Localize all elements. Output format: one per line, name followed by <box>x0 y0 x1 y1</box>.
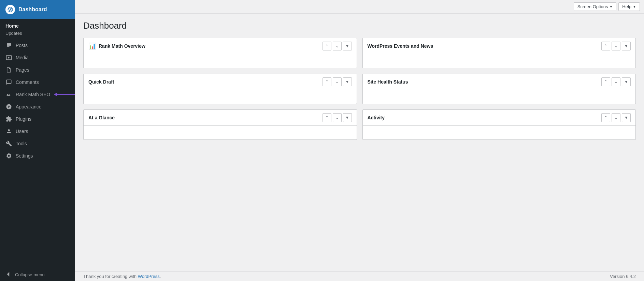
sidebar-item-appearance[interactable]: Appearance <box>0 101 75 113</box>
rank-math-overview-toggle-button[interactable]: ▼ <box>343 42 352 50</box>
pages-icon <box>5 66 12 73</box>
collapse-menu-item[interactable]: Collapse menu <box>0 268 75 281</box>
sidebar-item-appearance-label: Appearance <box>16 104 42 109</box>
dashboard-columns: 📊 Rank Math Overview ⌃ ⌄ ▼ <box>83 38 636 140</box>
sidebar-item-pages[interactable]: Pages <box>0 64 75 76</box>
sidebar-app-name: Dashboard <box>18 6 47 13</box>
panel-wordpress-events: WordPress Events and News ⌃ ⌄ ▼ <box>362 38 636 68</box>
rank-math-overview-down-button[interactable]: ⌄ <box>333 42 342 50</box>
footer-left-text: Thank you for creating with WordPress. <box>83 274 161 279</box>
rank-math-overview-up-button[interactable]: ⌃ <box>323 42 331 50</box>
posts-icon <box>5 42 12 49</box>
quick-draft-up-button[interactable]: ⌃ <box>323 77 331 86</box>
wordpress-events-down-button[interactable]: ⌄ <box>612 42 620 50</box>
panel-quick-draft-body <box>84 90 357 104</box>
left-column: 📊 Rank Math Overview ⌃ ⌄ ▼ <box>83 38 357 140</box>
sidebar-updates-label[interactable]: Updates <box>0 30 75 38</box>
activity-up-button[interactable]: ⌃ <box>601 113 610 122</box>
footer-bar: Thank you for creating with WordPress. V… <box>75 271 644 281</box>
sidebar-item-media-label: Media <box>16 55 29 60</box>
panel-quick-draft-header[interactable]: Quick Draft ⌃ ⌄ ▼ <box>84 74 357 90</box>
panel-wordpress-events-controls: ⌃ ⌄ ▼ <box>601 42 631 50</box>
at-a-glance-up-button[interactable]: ⌃ <box>323 113 331 122</box>
sidebar-item-comments[interactable]: Comments <box>0 76 75 88</box>
users-icon <box>5 128 12 135</box>
sidebar-item-posts[interactable]: Posts <box>0 39 75 51</box>
panel-wordpress-events-header[interactable]: WordPress Events and News ⌃ ⌄ ▼ <box>363 38 636 54</box>
plugins-icon <box>5 116 12 122</box>
media-icon <box>5 54 12 61</box>
sidebar-item-plugins-label: Plugins <box>16 116 31 122</box>
panel-site-health-status: Site Health Status ⌃ ⌄ ▼ <box>362 74 636 104</box>
panel-quick-draft-title: Quick Draft <box>88 79 114 85</box>
comments-icon <box>5 79 12 86</box>
panel-site-health-status-title: Site Health Status <box>368 79 408 85</box>
panel-quick-draft: Quick Draft ⌃ ⌄ ▼ <box>83 74 357 104</box>
content-area: Dashboard 📊 Rank Math Overview ⌃ ⌄ ▼ <box>75 14 644 271</box>
main-content: Screen Options ▼ Help ▼ Dashboard 📊 Rank… <box>75 0 644 281</box>
panel-at-a-glance-controls: ⌃ ⌄ ▼ <box>323 113 352 122</box>
panel-rank-math-overview-body <box>84 54 357 68</box>
panel-at-a-glance-header[interactable]: At a Glance ⌃ ⌄ ▼ <box>84 110 357 126</box>
panel-wordpress-events-title: WordPress Events and News <box>368 43 433 49</box>
sidebar-item-pages-label: Pages <box>16 67 29 73</box>
panel-activity: Activity ⌃ ⌄ ▼ <box>362 109 636 140</box>
wordpress-link[interactable]: WordPress <box>138 274 160 279</box>
rank-math-overview-icon: 📊 <box>88 42 96 50</box>
sidebar: Dashboard Home Updates Posts Media Pages… <box>0 0 75 281</box>
help-button[interactable]: Help ▼ <box>618 2 640 11</box>
sidebar-home-label[interactable]: Home <box>0 22 75 30</box>
rank-math-arrow-line <box>57 94 75 95</box>
panel-quick-draft-controls: ⌃ ⌄ ▼ <box>323 77 352 86</box>
site-health-up-button[interactable]: ⌃ <box>601 77 610 86</box>
collapse-icon <box>5 271 12 278</box>
screen-options-button[interactable]: Screen Options ▼ <box>574 2 617 11</box>
sidebar-item-comments-label: Comments <box>16 79 39 85</box>
right-column: WordPress Events and News ⌃ ⌄ ▼ <box>362 38 636 140</box>
sidebar-item-tools-label: Tools <box>16 141 27 146</box>
quick-draft-down-button[interactable]: ⌄ <box>333 77 342 86</box>
activity-down-button[interactable]: ⌄ <box>612 113 620 122</box>
sidebar-item-tools[interactable]: Tools <box>0 137 75 150</box>
panel-activity-title: Activity <box>368 115 385 120</box>
help-chevron-icon: ▼ <box>633 5 636 9</box>
page-title: Dashboard <box>83 20 636 31</box>
sidebar-item-rank-math-seo[interactable]: Rank Math SEO <box>0 88 75 101</box>
tools-icon <box>5 140 12 147</box>
topbar: Screen Options ▼ Help ▼ <box>75 0 644 14</box>
rank-math-arrow <box>54 92 75 97</box>
at-a-glance-toggle-button[interactable]: ▼ <box>343 113 352 122</box>
footer-version: Version 6.4.2 <box>610 274 636 279</box>
sidebar-item-settings-label: Settings <box>16 153 33 159</box>
panel-activity-header[interactable]: Activity ⌃ ⌄ ▼ <box>363 110 636 126</box>
appearance-icon <box>5 103 12 110</box>
wordpress-events-toggle-button[interactable]: ▼ <box>622 42 631 50</box>
panel-site-health-status-controls: ⌃ ⌄ ▼ <box>601 77 631 86</box>
site-health-toggle-button[interactable]: ▼ <box>622 77 631 86</box>
panel-rank-math-overview-controls: ⌃ ⌄ ▼ <box>323 42 352 50</box>
sidebar-item-plugins[interactable]: Plugins <box>0 113 75 125</box>
panel-wordpress-events-body <box>363 54 636 68</box>
sidebar-item-media[interactable]: Media <box>0 51 75 64</box>
sidebar-header[interactable]: Dashboard <box>0 0 75 19</box>
at-a-glance-down-button[interactable]: ⌄ <box>333 113 342 122</box>
panel-activity-body <box>363 126 636 139</box>
sidebar-item-settings[interactable]: Settings <box>0 150 75 162</box>
wordpress-icon <box>5 5 15 14</box>
panel-at-a-glance-body <box>84 126 357 139</box>
wordpress-events-up-button[interactable]: ⌃ <box>601 42 610 50</box>
sidebar-item-users-label: Users <box>16 129 28 134</box>
panel-rank-math-overview-header[interactable]: 📊 Rank Math Overview ⌃ ⌄ ▼ <box>84 38 357 54</box>
collapse-menu-label: Collapse menu <box>15 272 45 277</box>
help-label: Help <box>622 4 631 9</box>
panel-rank-math-overview: 📊 Rank Math Overview ⌃ ⌄ ▼ <box>83 38 357 68</box>
panel-at-a-glance: At a Glance ⌃ ⌄ ▼ <box>83 109 357 140</box>
site-health-down-button[interactable]: ⌄ <box>612 77 620 86</box>
quick-draft-toggle-button[interactable]: ▼ <box>343 77 352 86</box>
panel-site-health-status-header[interactable]: Site Health Status ⌃ ⌄ ▼ <box>363 74 636 90</box>
sidebar-item-users[interactable]: Users <box>0 125 75 137</box>
activity-toggle-button[interactable]: ▼ <box>622 113 631 122</box>
sidebar-home-group: Home Updates <box>0 19 75 39</box>
sidebar-item-posts-label: Posts <box>16 43 28 48</box>
panel-rank-math-overview-title: 📊 Rank Math Overview <box>88 42 145 50</box>
